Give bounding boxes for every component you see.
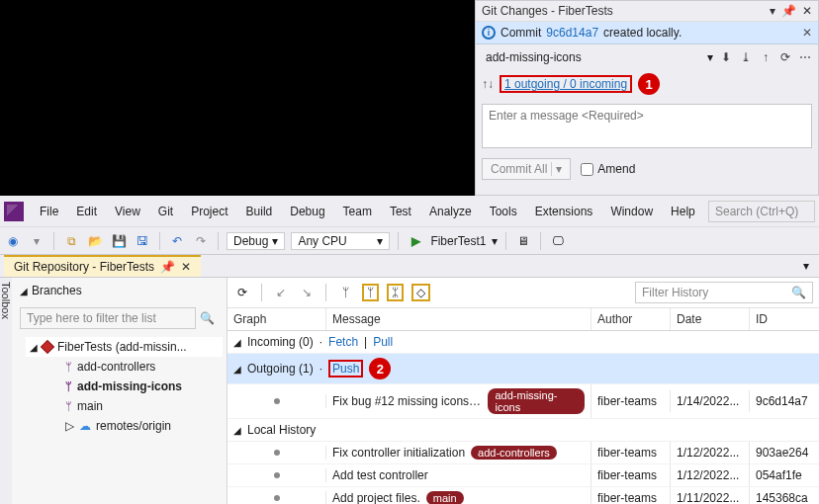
doc-tab-git-repository[interactable]: Git Repository - FiberTests 📌 ✕ [4, 255, 201, 277]
menu-build[interactable]: Build [238, 201, 281, 222]
global-search[interactable]: Search (Ctrl+Q) [708, 201, 815, 222]
open-icon[interactable]: 📂 [86, 232, 104, 250]
search-icon[interactable]: 🔍 [196, 311, 219, 325]
branch-main[interactable]: ᛘ main [26, 396, 223, 416]
undo-icon[interactable]: ↶ [168, 232, 186, 250]
dropdown-icon[interactable]: ▾ [770, 4, 775, 18]
branch-add-controllers[interactable]: ᛘ add-controllers [26, 357, 223, 377]
repo-diamond-icon [41, 340, 54, 354]
save-icon[interactable]: 💾 [110, 232, 128, 250]
branch-icon-tb[interactable]: ᛘ [336, 284, 354, 301]
close-tab-icon[interactable]: ✕ [181, 260, 191, 274]
push-icon[interactable]: ↑ [759, 50, 773, 64]
commit-all-button[interactable]: Commit All ▾ [482, 158, 571, 180]
outgoing-section[interactable]: ◢ Outgoing (1) · Push 2 [228, 354, 819, 384]
commit-dropdown-icon[interactable]: ▾ [551, 162, 562, 176]
new-project-icon[interactable]: ⧉ [62, 232, 80, 250]
config-select[interactable]: Debug▾ [227, 232, 285, 250]
outgoing-incoming-icon: ↑↓ [482, 77, 494, 91]
branch-add-missing-icons[interactable]: ᛘ add-missing-icons [26, 377, 223, 396]
more-icon[interactable]: ⋯ [798, 50, 812, 64]
branches-heading: Branches [32, 284, 82, 297]
redo-icon[interactable]: ↷ [192, 232, 210, 250]
commit-row[interactable]: Add project files.main fiber-teams 1/11/… [228, 487, 819, 504]
incoming-section[interactable]: ◢ Incoming (0) · Fetch | Pull [228, 331, 819, 354]
refresh-icon[interactable]: ⟳ [233, 284, 251, 301]
branches-panel: ◢ Branches Type here to filter the list … [12, 278, 228, 504]
amend-label: Amend [597, 162, 635, 176]
menu-debug[interactable]: Debug [282, 201, 332, 222]
close-panel-icon[interactable]: ✕ [802, 4, 812, 18]
menu-git[interactable]: Git [150, 201, 181, 222]
filter-icon[interactable]: ↙ [272, 284, 290, 301]
menu-team[interactable]: Team [335, 201, 380, 222]
fetch-link[interactable]: Fetch [328, 335, 358, 349]
branch-badge: add-missing-icons [488, 388, 585, 414]
pin-icon[interactable]: 📌 [781, 4, 796, 18]
commit-row[interactable]: Fix controller initializationadd-control… [228, 442, 819, 464]
menu-analyze[interactable]: Analyze [421, 201, 480, 222]
col-date[interactable]: Date [671, 308, 750, 330]
col-graph[interactable]: Graph [228, 308, 326, 330]
col-id[interactable]: ID [750, 308, 819, 330]
branch-badge: add-controllers [471, 446, 557, 460]
main-toolbar: ◉ ▾ ⧉ 📂 💾 🖫 ↶ ↷ Debug▾ Any CPU▾ ▶ FiberT… [0, 227, 819, 255]
commit-row[interactable]: Fix bug #12 missing icons in...add-missi… [228, 384, 819, 419]
show-tags-icon[interactable]: ᛯ [387, 284, 404, 301]
graph-node-icon [274, 472, 280, 478]
expand-icon[interactable]: ▷ [65, 419, 74, 433]
commit-row[interactable]: Add test controller fiber-teams 1/12/202… [228, 464, 819, 487]
branches-collapse-icon[interactable]: ◢ [20, 286, 28, 296]
current-branch[interactable]: add-missing-icons [482, 48, 701, 66]
platform-select[interactable]: Any CPU▾ [291, 232, 390, 250]
tabs-overflow-icon[interactable]: ▾ [797, 259, 815, 273]
menu-test[interactable]: Test [382, 201, 419, 222]
start-button-icon[interactable]: ▶ [407, 232, 424, 250]
pull-link[interactable]: Pull [373, 335, 393, 349]
amend-checkbox[interactable] [581, 163, 593, 176]
pull-icon[interactable]: ⤓ [739, 50, 753, 64]
menu-file[interactable]: File [32, 201, 66, 222]
callout-2: 2 [369, 358, 391, 379]
fetch-icon[interactable]: ⬇ [719, 50, 733, 64]
col-author[interactable]: Author [592, 308, 671, 330]
commit-hash-link[interactable]: 9c6d14a7 [546, 26, 598, 40]
nav-fwd-icon[interactable]: ▾ [28, 232, 46, 250]
filter2-icon[interactable]: ↘ [298, 284, 316, 301]
start-drop-icon[interactable]: ▾ [492, 234, 498, 248]
menu-help[interactable]: Help [663, 201, 703, 222]
menu-window[interactable]: Window [602, 201, 661, 222]
history-header: Graph Message Author Date ID [228, 308, 819, 331]
menu-view[interactable]: View [107, 201, 148, 222]
toolbox-sidebar-tab[interactable]: Toolbox [0, 278, 12, 504]
search-icon[interactable]: 🔍 [791, 286, 806, 299]
nav-back-icon[interactable]: ◉ [4, 232, 22, 250]
pin-tab-icon[interactable]: 📌 [160, 260, 175, 274]
show-remotes-icon[interactable]: ◇ [411, 284, 430, 301]
menu-project[interactable]: Project [183, 201, 235, 222]
show-first-parent-icon[interactable]: ᛘ [362, 284, 379, 301]
history-filter-input[interactable]: Filter History 🔍 [635, 282, 813, 303]
tool-icon-2[interactable]: 🖵 [549, 232, 567, 250]
col-message[interactable]: Message [326, 308, 592, 330]
outgoing-incoming-link[interactable]: 1 outgoing / 0 incoming [500, 75, 632, 93]
branch-filter-input[interactable]: Type here to filter the list [20, 307, 196, 329]
menu-tools[interactable]: Tools [482, 201, 525, 222]
menu-extensions[interactable]: Extensions [527, 201, 601, 222]
push-link[interactable]: Push [328, 360, 363, 378]
commit-message-input[interactable]: Enter a message <Required> [482, 104, 812, 148]
tool-icon-1[interactable]: 🖥 [514, 232, 532, 250]
branch-icon: ᛘ [65, 361, 72, 373]
branch-remotes-origin[interactable]: ▷ ☁ remotes/origin [26, 416, 223, 436]
menu-edit[interactable]: Edit [68, 201, 105, 222]
branch-badge: main [426, 491, 464, 504]
branch-dropdown-icon[interactable]: ▾ [707, 50, 713, 64]
local-history-section[interactable]: ◢ Local History [228, 419, 819, 442]
dismiss-notif-icon[interactable]: ✕ [802, 26, 812, 40]
start-target[interactable]: FiberTest1 [430, 234, 486, 248]
notif-prefix: Commit [500, 26, 541, 40]
tree-repo-node[interactable]: ◢ FiberTests (add-missin... [26, 337, 223, 357]
commit-notification: i Commit 9c6d14a7 created locally. ✕ [476, 22, 818, 44]
save-all-icon[interactable]: 🖫 [134, 232, 151, 250]
sync-icon[interactable]: ⟳ [778, 50, 792, 64]
